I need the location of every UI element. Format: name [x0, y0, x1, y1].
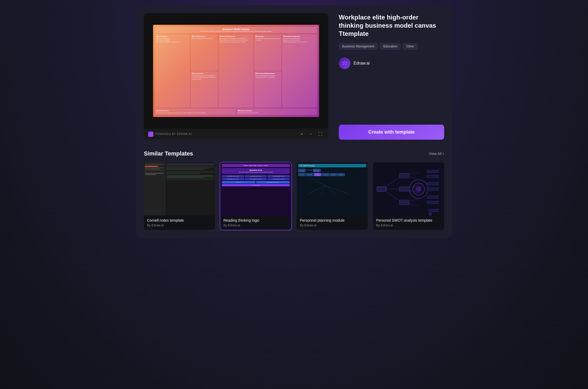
- template-card-personnel[interactable]: UC Staff Planning Director Manager Emplo…: [297, 162, 368, 230]
- pp-header: UC Staff Planning: [298, 164, 366, 167]
- preview-canvas: Business Model Canvas The Business Model…: [144, 13, 328, 129]
- svg-rect-30: [429, 209, 439, 212]
- bmc-cell-revenue-streams: ⑧Revenue Streams What are our customers …: [237, 109, 317, 115]
- template-thumb-cornell: [144, 162, 215, 216]
- swot-thumb-inner: [373, 162, 444, 216]
- svg-rect-27: [427, 188, 439, 190]
- template-card-reading[interactable]: Theme: Book Title / Course / Article Que…: [220, 162, 291, 230]
- author-row: Edraw.ai: [339, 57, 444, 69]
- similar-title: Similar Templates: [144, 150, 193, 157]
- bmc-cell-customer-rel: ⑥Customer Relationships How do we establ…: [254, 71, 281, 108]
- tag-row: Business Management Education Other: [339, 43, 444, 50]
- svg-rect-20: [377, 187, 386, 191]
- svg-rect-25: [427, 175, 439, 178]
- zoom-in-button[interactable]: +: [299, 131, 305, 137]
- template-name-personnel: Personnel planning module: [300, 218, 365, 222]
- bmc-cell-key-activities: ②Key Activities What critical tasks must…: [191, 71, 218, 108]
- svg-rect-28: [427, 196, 439, 198]
- template-name-cornell: Cornell notes template: [147, 218, 212, 222]
- svg-line-6: [325, 185, 336, 194]
- pp-thumb-inner: UC Staff Planning Director Manager Emplo…: [297, 162, 368, 216]
- similar-header: Similar Templates View All ›: [144, 150, 444, 157]
- svg-marker-2: [311, 169, 312, 171]
- chevron-right-icon: ›: [443, 151, 444, 156]
- svg-rect-24: [427, 170, 439, 173]
- info-panel: Workplace elite high-order thinking busi…: [339, 13, 444, 140]
- template-name-reading: Reading thinking logic: [223, 218, 288, 222]
- svg-line-7: [325, 185, 350, 194]
- preview-panel: Business Model Canvas The Business Model…: [144, 13, 328, 140]
- template-author-personnel: By Edraw.ai: [300, 223, 365, 227]
- bmc-cell-cost-structure: ⑤Cost Structure What are the most signif…: [155, 109, 236, 115]
- canvas-inner: Business Model Canvas The Business Model…: [153, 25, 319, 117]
- rt-bottom-row: Consider to Knowledge picks up here: [222, 181, 290, 183]
- powered-by: // POWERED BY EDRAW.AI: [148, 132, 192, 137]
- template-thumb-swot: [373, 162, 444, 216]
- expand-button[interactable]: ⛶: [317, 131, 324, 137]
- template-title: Workplace elite high-order thinking busi…: [339, 13, 444, 38]
- author-avatar: [339, 57, 350, 69]
- preview-footer: // POWERED BY EDRAW.AI + − ⛶: [144, 129, 328, 140]
- template-card-cornell[interactable]: Cornell notes template By Edraw.ai: [144, 162, 215, 230]
- bmc-cell-value-props: ④Value Propositions What value do we pro…: [219, 34, 253, 108]
- bmc-cell-channels: ⑤Channels Through which channels can we …: [254, 34, 281, 71]
- view-all-label: View All: [429, 152, 442, 156]
- templates-grid: Cornell notes template By Edraw.ai Theme…: [144, 162, 444, 230]
- template-card-swot[interactable]: Personal SWOT analysis template By Edraw…: [373, 162, 444, 230]
- template-card-personnel-info: Personnel planning module By Edraw.ai: [297, 216, 368, 230]
- svg-point-19: [416, 186, 421, 192]
- bmc-diagram: Business Model Canvas The Business Model…: [153, 25, 319, 117]
- bmc-title-row: Business Model Canvas The Business Model…: [155, 27, 317, 33]
- bmc-title-text: Business Model Canvas: [157, 28, 315, 31]
- template-card-cornell-info: Cornell notes template By Edraw.ai: [144, 216, 215, 230]
- svg-point-31: [429, 213, 432, 215]
- svg-rect-22: [399, 187, 409, 191]
- rt-main-box: Question Area Start with questions and a…: [222, 168, 290, 174]
- bmc-cell-customer-seg: ⑦Customer Segments Who do we create valu…: [282, 34, 317, 108]
- cornell-main: [165, 162, 215, 216]
- main-container: Business Model Canvas The Business Model…: [136, 5, 452, 238]
- rt-header: Theme: Book Title / Course / Article: [222, 164, 290, 167]
- zoom-out-button[interactable]: −: [308, 131, 313, 137]
- svg-rect-23: [399, 200, 409, 205]
- svg-line-4: [307, 185, 325, 194]
- bmc-cell-key-partners: ①Key Partners Who are our partners?Who a…: [155, 34, 190, 108]
- preview-controls: + − ⛶: [299, 131, 324, 137]
- svg-line-3: [311, 178, 325, 185]
- template-author-cornell: By Edraw.ai: [147, 223, 212, 227]
- template-thumb-personnel: UC Staff Planning Director Manager Emplo…: [297, 162, 368, 216]
- top-section: Business Model Canvas The Business Model…: [144, 13, 444, 140]
- svg-point-0: [344, 62, 345, 64]
- bmc-cell-core-resources: ③Core Resources What core resources do w…: [191, 34, 218, 71]
- powered-by-text: POWERED BY EDRAW.AI: [155, 133, 192, 135]
- author-name: Edraw.ai: [354, 61, 370, 66]
- bmc-channels-col: ⑤Channels Through which channels can we …: [254, 34, 281, 108]
- template-author-reading: By Edraw.ai: [223, 223, 288, 227]
- rt-final-box: Conclusion Area: [222, 184, 290, 186]
- template-card-swot-info: Personal SWOT analysis template By Edraw…: [373, 216, 444, 230]
- template-card-reading-info: Reading thinking logic By Edraw.ai: [220, 216, 291, 230]
- svg-rect-29: [427, 201, 439, 203]
- bmc-bottom-row: ⑤Cost Structure What are the most signif…: [155, 109, 317, 115]
- template-author-swot: By Edraw.ai: [376, 223, 441, 227]
- view-all-button[interactable]: View All ›: [429, 151, 444, 156]
- cornell-sidebar: [144, 162, 165, 216]
- bmc-middle-section: ①Key Partners Who are our partners?Who a…: [155, 34, 317, 108]
- tag-education: Education: [380, 43, 401, 50]
- reading-thumb-inner: Theme: Book Title / Course / Article Que…: [220, 162, 291, 216]
- similar-section: Similar Templates View All ›: [144, 150, 444, 230]
- svg-line-5: [322, 185, 325, 194]
- rt-grid: Knowledge picks up here Knowledge picks …: [222, 175, 290, 180]
- edraw-logo-small: //: [148, 132, 153, 137]
- template-thumb-reading: Theme: Book Title / Course / Article Que…: [220, 162, 291, 216]
- tag-other: Other: [403, 43, 418, 50]
- template-name-swot: Personal SWOT analysis template: [376, 218, 441, 222]
- create-with-template-button[interactable]: Create with template: [339, 125, 444, 140]
- svg-rect-26: [427, 182, 439, 185]
- tag-business-management: Business Management: [339, 43, 378, 50]
- svg-rect-21: [399, 173, 409, 178]
- bmc-subtitle-text: The Business Model Canvas is an essentia…: [157, 31, 315, 32]
- bmc-middle-col: ③Core Resources What core resources do w…: [191, 34, 218, 108]
